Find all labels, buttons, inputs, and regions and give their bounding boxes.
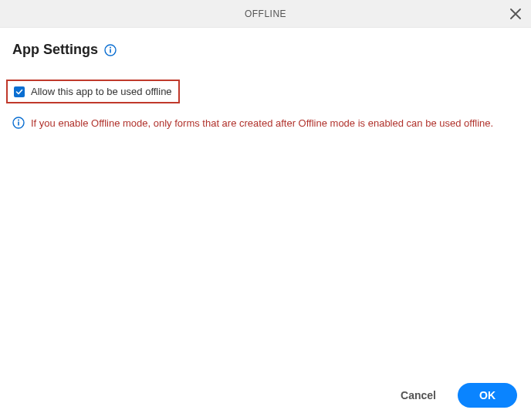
- close-button[interactable]: [506, 5, 525, 23]
- cancel-button[interactable]: Cancel: [391, 383, 445, 408]
- titlebar: OFFLINE: [0, 0, 531, 28]
- svg-point-2: [110, 46, 111, 48]
- offline-notice: If you enable Offline mode, only forms t…: [12, 116, 519, 131]
- dialog-title: OFFLINE: [245, 8, 286, 19]
- svg-point-5: [18, 119, 19, 120]
- dialog-content: App Settings Allow this app to be used o…: [0, 28, 531, 374]
- allow-offline-checkbox[interactable]: [14, 86, 25, 97]
- checkmark-icon: [15, 88, 23, 96]
- svg-rect-4: [18, 122, 19, 126]
- allow-offline-label: Allow this app to be used offline: [31, 86, 172, 97]
- info-icon: [12, 117, 25, 129]
- section-heading: App Settings: [12, 42, 98, 58]
- section-header: App Settings: [12, 42, 519, 58]
- offline-option-highlight: Allow this app to be used offline: [6, 80, 180, 103]
- offline-notice-text: If you enable Offline mode, only forms t…: [31, 116, 493, 131]
- dialog-footer: Cancel OK: [0, 374, 531, 420]
- svg-rect-1: [110, 49, 111, 52]
- info-icon[interactable]: [104, 44, 117, 56]
- ok-button[interactable]: OK: [458, 383, 517, 408]
- close-icon: [510, 8, 521, 19]
